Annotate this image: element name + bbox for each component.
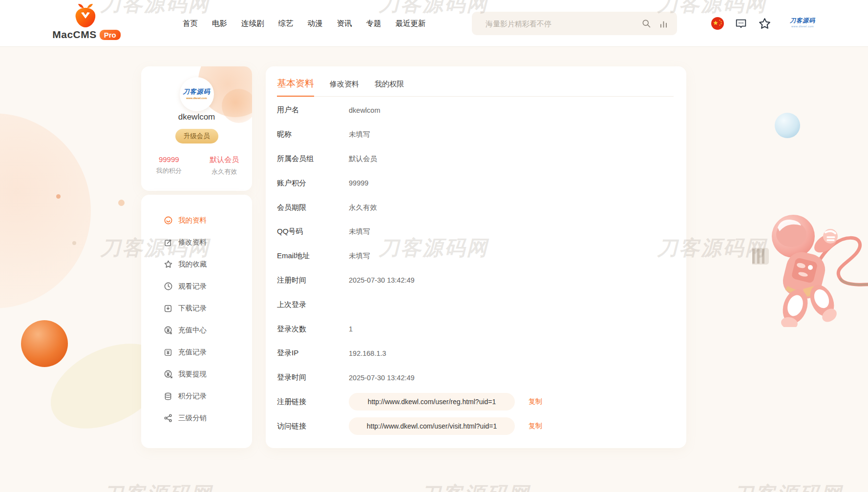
profile-fields: 用户名 dkewlcom 昵称 未填写 所属会员组 默认会员 账户积分 9999… — [277, 97, 674, 390]
language-flag-icon[interactable] — [711, 17, 724, 30]
rankings-icon[interactable] — [659, 19, 668, 28]
link-url-input[interactable] — [349, 417, 515, 435]
decor-blue-sphere — [775, 113, 800, 138]
profile-link-row: 注册链接 复制 — [277, 390, 674, 414]
nav-item[interactable]: 最近更新 — [396, 19, 426, 29]
profile-field-row: 登录IP 192.168.1.3 — [277, 341, 674, 366]
nav-item[interactable]: 综艺 — [278, 19, 294, 29]
nav-item[interactable]: 动漫 — [308, 19, 323, 29]
copy-link-button[interactable]: 复制 — [529, 422, 542, 430]
field-label: 会员期限 — [277, 203, 349, 212]
profile-tab[interactable]: 我的权限 — [375, 80, 404, 96]
profile-links: 注册链接 复制 访问链接 复制 — [277, 390, 674, 439]
site-logo[interactable]: MacCMS Pro — [50, 3, 123, 41]
site-mini-logo-subtext: www.dkewl.com — [791, 25, 814, 28]
withdraw-icon — [164, 369, 173, 379]
sidebar-menu-item[interactable]: 充值中心 — [141, 319, 252, 341]
main-nav: 首页电影连续剧综艺动漫资讯专题最近更新 — [183, 0, 426, 47]
watermark: 刀客源码网 — [733, 481, 843, 492]
sidebar-menu-label: 积分记录 — [178, 391, 207, 401]
profile-field-row: 登录时间 2025-07-30 13:42:49 — [277, 366, 674, 390]
field-label: 昵称 — [277, 130, 349, 139]
decor-dot — [118, 200, 125, 206]
field-value: 192.168.1.3 — [349, 349, 386, 357]
points-icon — [164, 391, 173, 401]
sidebar-menu-item[interactable]: 我要提现 — [141, 363, 252, 385]
profile-field-row: Email地址 未填写 — [277, 244, 674, 268]
decor-orange-sphere — [21, 320, 68, 367]
search-input[interactable] — [486, 20, 634, 28]
field-value: 99999 — [349, 179, 368, 187]
field-value: 未填写 — [349, 251, 370, 261]
sidebar-menu-item[interactable]: 下载记录 — [141, 297, 252, 319]
username: dkewlcom — [141, 112, 252, 122]
header-actions: 刀客源码 www.dkewl.com — [711, 0, 823, 47]
sidebar-menu-label: 三级分销 — [178, 413, 207, 423]
star-icon — [164, 260, 173, 269]
field-value: 1 — [349, 325, 353, 333]
profile-field-row: 会员期限 永久有效 — [277, 195, 674, 220]
field-value: 未填写 — [349, 227, 370, 236]
favorites-star-icon[interactable] — [758, 17, 771, 30]
decor-dot — [56, 194, 61, 199]
nav-item[interactable]: 首页 — [183, 19, 198, 29]
avatar[interactable]: 刀客源码 www.dkewl.com — [180, 77, 214, 111]
profile-tab[interactable]: 基本资料 — [277, 77, 314, 97]
header: MacCMS Pro 首页电影连续剧综艺动漫资讯专题最近更新 — [0, 0, 868, 47]
share-icon — [164, 413, 173, 423]
nav-item[interactable]: 专题 — [366, 19, 381, 29]
field-label: 访问链接 — [277, 422, 349, 431]
sidebar-menu-label: 充值记录 — [178, 348, 207, 357]
field-label: 所属会员组 — [277, 154, 349, 164]
field-value: 默认会员 — [349, 154, 377, 164]
field-value: 永久有效 — [349, 203, 377, 212]
sidebar-menu-item[interactable]: 修改资料 — [141, 231, 252, 253]
sidebar-menu-item[interactable]: 三级分销 — [141, 407, 252, 429]
sidebar-menu-label: 观看记录 — [178, 282, 207, 291]
search-bar — [472, 12, 677, 35]
sidebar-menu-item[interactable]: 观看记录 — [141, 275, 252, 297]
upgrade-vip-button[interactable]: 升级会员 — [175, 129, 218, 144]
copy-link-button[interactable]: 复制 — [529, 397, 542, 406]
sidebar-menu-label: 下载记录 — [178, 304, 207, 313]
link-url-input[interactable] — [349, 393, 515, 410]
main-card: 基本资料修改资料我的权限 用户名 dkewlcom 昵称 未填写 所属会员组 默… — [266, 66, 686, 448]
profile-tab[interactable]: 修改资料 — [330, 80, 359, 96]
nav-item[interactable]: 资讯 — [337, 19, 352, 29]
sidebar-menu-item[interactable]: 我的收藏 — [141, 253, 252, 275]
sidebar-menu-label: 我的收藏 — [178, 260, 207, 269]
profile-card: 刀客源码 www.dkewl.com dkewlcom 升级会员 99999 我… — [141, 66, 252, 191]
field-value: 未填写 — [349, 130, 370, 139]
profile-field-row: 账户积分 99999 — [277, 171, 674, 195]
decor-pale-circle — [0, 113, 91, 308]
field-value: 2025-07-30 13:42:49 — [349, 374, 415, 382]
field-label: 账户积分 — [277, 179, 349, 188]
sidebar-menu-label: 修改资料 — [178, 238, 207, 247]
edit-icon — [164, 238, 173, 247]
sidebar-menu-label: 我的资料 — [178, 216, 207, 225]
nav-item[interactable]: 连续剧 — [241, 19, 264, 29]
messages-icon[interactable] — [735, 17, 747, 30]
field-label: Email地址 — [277, 251, 349, 261]
page: 刀客源码网 刀客源码网 刀客源码网 刀客源码网 刀客源码网 刀客源码网 刀客源码… — [0, 0, 868, 492]
sidebar-menu-label: 我要提现 — [178, 369, 207, 379]
sidebar-menu: 我的资料 修改资料 我的收藏 观看记录 下载记录 — [141, 195, 252, 448]
field-label: 登录时间 — [277, 373, 349, 382]
stat-label: 我的积分 — [141, 166, 197, 175]
field-value: 2025-07-30 13:42:49 — [349, 276, 415, 284]
watermark: 刀客源码网 — [103, 481, 212, 492]
avatar-logo-subtext: www.dkewl.com — [186, 97, 207, 100]
field-label: 登录次数 — [277, 325, 349, 334]
decor-dot — [72, 241, 76, 245]
recharge-record-icon — [164, 348, 173, 357]
profile-stats: 99999 我的积分 默认会员 永久有效 — [141, 155, 252, 176]
nav-item[interactable]: 电影 — [212, 19, 227, 29]
field-label: 登录IP — [277, 348, 349, 358]
stat-value: 99999 — [141, 155, 197, 164]
sidebar-menu-item[interactable]: 充值记录 — [141, 341, 252, 363]
site-mini-logo[interactable]: 刀客源码 www.dkewl.com — [782, 17, 823, 30]
field-label: 注册链接 — [277, 397, 349, 407]
search-icon[interactable] — [641, 19, 651, 28]
sidebar-menu-item[interactable]: 我的资料 — [141, 209, 252, 231]
sidebar-menu-item[interactable]: 积分记录 — [141, 385, 252, 407]
